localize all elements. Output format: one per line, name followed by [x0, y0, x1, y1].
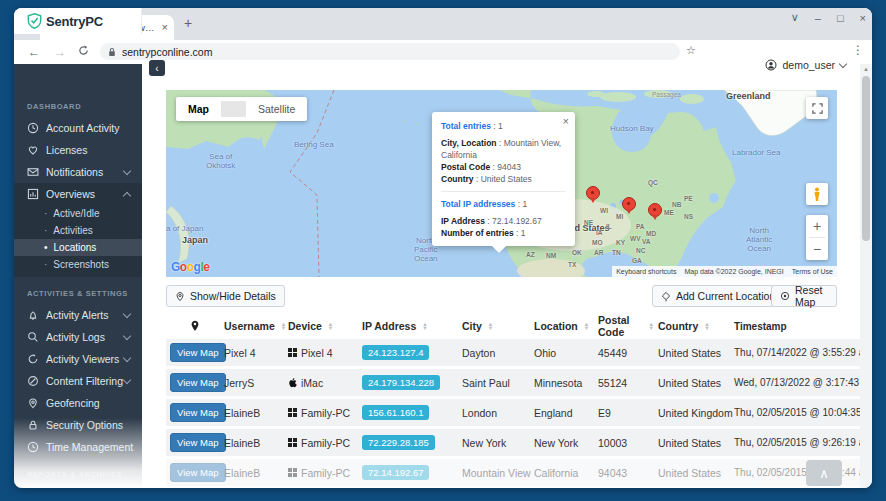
chevron-down-icon: [839, 59, 847, 67]
app-header: ‹ demo_user: [142, 64, 860, 90]
column-header-postal[interactable]: Postal Code▲▼: [594, 314, 654, 338]
cell-country: United Kingdom: [654, 407, 730, 419]
sidebar-item-screenshots[interactable]: Screenshots: [14, 256, 142, 273]
sidebar-collapse-button[interactable]: ‹: [149, 60, 165, 76]
slash-circle-icon: [27, 375, 39, 387]
sidebar-item-licenses[interactable]: Licenses: [14, 139, 142, 161]
map-marker[interactable]: [648, 203, 662, 217]
pegman-icon: [812, 187, 822, 202]
forward-button[interactable]: →: [54, 45, 66, 59]
sort-icon[interactable]: ▲▼: [488, 322, 493, 331]
map-type-map-button[interactable]: Map: [176, 103, 221, 115]
geo-pin-icon: [27, 397, 39, 409]
column-header-timestamp[interactable]: Timestamp: [730, 321, 860, 332]
browser-menu-icon[interactable]: ⋮: [852, 43, 864, 57]
sort-icon[interactable]: ▲▼: [328, 322, 333, 331]
add-current-location-button[interactable]: Add Current Location: [652, 285, 784, 307]
sidebar-item-notifications[interactable]: Notifications: [14, 161, 142, 183]
map[interactable]: Bering SeaSea of Okhotska of JapanNorth …: [166, 90, 837, 277]
view-map-button[interactable]: View Map: [170, 403, 226, 422]
view-map-button[interactable]: View Map: [170, 463, 226, 482]
pin-icon: [190, 320, 200, 332]
search-icon: [27, 331, 39, 343]
cell-ip: 24.123.127.4: [358, 345, 458, 360]
map-fullscreen-button[interactable]: [806, 97, 828, 119]
cell-country: United States: [654, 467, 730, 479]
table-row: View MapElaineBFamily-PC156.61.160.1Lond…: [166, 399, 860, 429]
info-postal: Postal Code : 94043: [441, 161, 566, 173]
sidebar-item-content-filtering[interactable]: Content Filtering: [14, 370, 142, 392]
cell-ip: 72.229.28.185: [358, 435, 458, 450]
keyboard-shortcuts-link[interactable]: Keyboard shortcuts: [612, 266, 680, 277]
sort-icon[interactable]: ▲▼: [422, 322, 427, 331]
cell-timestamp: Thu, 02/05/2015 @ 9:26:19 am UTC: [730, 437, 860, 448]
map-marker[interactable]: [622, 197, 636, 211]
view-map-button[interactable]: View Map: [170, 343, 226, 362]
column-header-ip[interactable]: IP Address▲▼: [358, 320, 458, 332]
view-map-button[interactable]: View Map: [170, 373, 226, 392]
show-hide-details-button[interactable]: Show/Hide Details: [166, 285, 285, 307]
sort-icon[interactable]: ▲▼: [704, 322, 709, 331]
cell-device: Family-PC: [284, 437, 358, 449]
terms-link[interactable]: Terms of Use: [788, 266, 837, 277]
google-logo[interactable]: Google: [171, 260, 209, 274]
scrollbar-up-arrow[interactable]: ▲: [860, 64, 872, 74]
column-header-device[interactable]: Device▲▼: [284, 320, 358, 332]
map-type-satellite-button[interactable]: Satellite: [246, 103, 307, 115]
windows-icon: [288, 438, 297, 447]
cell-username: ElaineB: [220, 437, 284, 449]
zoom-out-button[interactable]: −: [806, 238, 828, 260]
sidebar-item-overviews[interactable]: Overviews: [14, 183, 142, 205]
ip-badge: 24.123.127.4: [362, 345, 429, 360]
sidebar-item-activity-logs[interactable]: Activity Logs: [14, 326, 142, 348]
ip-badge: 156.61.160.1: [362, 405, 429, 420]
cell-postal: 55124: [594, 377, 654, 389]
zoom-in-button[interactable]: +: [806, 215, 828, 237]
scroll-to-top-button[interactable]: ∧: [806, 460, 842, 486]
heart-icon: [27, 144, 39, 156]
sidebar-item-activity-alerts[interactable]: Activity Alerts: [14, 304, 142, 326]
window-maximize-button[interactable]: □: [837, 12, 844, 24]
fullscreen-icon: [812, 103, 823, 114]
envelope-icon: [27, 166, 39, 178]
sidebar-item-geofencing[interactable]: Geofencing: [14, 392, 142, 414]
bookmark-star-icon[interactable]: ☆: [686, 44, 696, 57]
column-header-country[interactable]: Country▲▼: [654, 320, 730, 332]
sidebar-fade: [14, 418, 142, 488]
window-dropdown-icon[interactable]: ∨: [791, 11, 799, 24]
reload-button[interactable]: [78, 45, 89, 59]
user-icon: [765, 59, 777, 71]
cell-device: Pixel 4: [284, 347, 358, 359]
sidebar-item-locations[interactable]: Locations: [14, 239, 142, 256]
browser-toolbar: ← → sentrypconline.com ☆ ⋮: [14, 40, 872, 65]
sidebar-item-account-activity[interactable]: Account Activity: [14, 117, 142, 139]
geo-pin-icon: [175, 291, 185, 302]
cell-location: New York: [530, 437, 594, 449]
reset-map-button[interactable]: Reset Map: [771, 285, 837, 307]
back-button[interactable]: ←: [28, 45, 40, 59]
user-menu[interactable]: demo_user: [765, 59, 846, 71]
lock-icon: [108, 47, 116, 57]
pegman-control[interactable]: [806, 183, 828, 205]
sidebar-item-activities[interactable]: Activities: [14, 222, 142, 239]
column-header-username[interactable]: Username▲▼: [220, 320, 284, 332]
address-bar[interactable]: sentrypconline.com: [100, 43, 680, 60]
sidebar-item-activity-viewers[interactable]: Activity Viewers: [14, 348, 142, 370]
column-header-city[interactable]: City▲▼: [458, 320, 530, 332]
close-icon[interactable]: ×: [563, 115, 569, 127]
page-scrollbar[interactable]: ▲: [860, 64, 872, 488]
window-close-button[interactable]: ×: [860, 12, 866, 24]
bullseye-icon: [780, 291, 790, 301]
sidebar-item-active-idle[interactable]: Active/Idle: [14, 205, 142, 222]
cell-username: Pixel 4: [220, 347, 284, 359]
column-header-location[interactable]: Location▲▼: [530, 320, 594, 332]
new-tab-button[interactable]: +: [184, 15, 192, 31]
window-minimize-button[interactable]: –: [815, 12, 821, 24]
tab-close-icon[interactable]: ×: [162, 22, 168, 33]
cell-postal: 45449: [594, 347, 654, 359]
view-map-button[interactable]: View Map: [170, 433, 226, 452]
sort-icon[interactable]: ▲▼: [584, 322, 589, 331]
scrollbar-thumb[interactable]: [862, 76, 870, 241]
map-marker[interactable]: [586, 186, 600, 200]
reload-icon: [78, 45, 89, 56]
